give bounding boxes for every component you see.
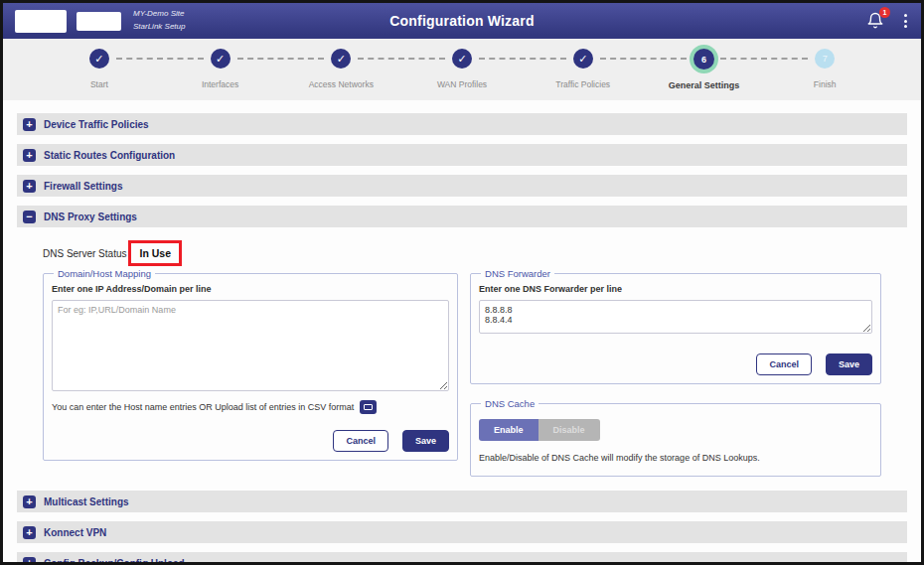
step-label: Start	[90, 79, 108, 89]
step-check-icon: ✓	[211, 49, 231, 69]
collapse-minus-icon[interactable]: −	[23, 211, 36, 223]
accordion-device-traffic-policies[interactable]: + Device Traffic Policies	[17, 113, 907, 135]
dns-server-status-label: DNS Server Status	[43, 248, 126, 259]
site-setup-name: StarLink Setup	[133, 21, 185, 34]
accordion-multicast-settings[interactable]: + Multicast Settings	[17, 491, 907, 512]
step-number: 7	[815, 49, 835, 69]
check-glyph: ✓	[578, 53, 587, 66]
step-check-icon: ✓	[573, 49, 593, 69]
notifications-button[interactable]: 1	[866, 12, 884, 30]
app-window: MY-Demo Site StarLink Setup Configuratio…	[0, 0, 924, 565]
accordion-static-routes-configuration[interactable]: + Static Routes Configuration	[17, 144, 907, 166]
stepper-step-wan-profiles[interactable]: ✓ WAN Profiles	[401, 39, 523, 100]
accordion-label: Device Traffic Policies	[44, 119, 149, 130]
dns-proxy-settings-section: − DNS Proxy Settings DNS Server Status I…	[17, 206, 907, 491]
stepper-step-access-networks[interactable]: ✓ Access Networks	[280, 39, 401, 100]
accordion-label: Firewall Settings	[44, 181, 122, 192]
logo-placeholder-2	[77, 12, 121, 31]
dns-cache-enable-button[interactable]: Enable	[479, 419, 539, 441]
ip-domain-input-label: Enter one IP Address/Domain per line	[52, 284, 449, 294]
step-check-icon: ✓	[331, 49, 351, 69]
site-name: MY-Demo Site	[133, 8, 185, 21]
dns-forwarder-textarea[interactable]: 8.8.8.8 8.8.4.4	[479, 300, 872, 334]
dns-forwarder-cancel-button[interactable]: Cancel	[756, 353, 812, 375]
kebab-menu-icon[interactable]	[902, 12, 909, 30]
csv-upload-note: You can enter the Host name entries OR U…	[52, 402, 354, 412]
expand-plus-icon[interactable]: +	[23, 149, 36, 162]
dns-cache-legend: DNS Cache	[481, 398, 539, 409]
accordion-dns-proxy-settings[interactable]: − DNS Proxy Settings	[17, 206, 907, 227]
expand-plus-icon[interactable]: +	[23, 557, 36, 565]
step-label: Finish	[814, 79, 837, 89]
logo-placeholder-1	[15, 10, 67, 33]
step-label: Traffic Policies	[555, 79, 610, 89]
accordion-firewall-settings[interactable]: + Firewall Settings	[17, 175, 907, 197]
dns-proxy-panel: DNS Server Status In Use Domain/Host Map…	[17, 236, 907, 491]
dns-cache-toggle: Enable Disable	[479, 419, 600, 441]
stepper-step-finish[interactable]: 7 Finish	[764, 39, 885, 100]
domain-mapping-save-button[interactable]: Save	[402, 430, 449, 452]
check-glyph: ✓	[216, 53, 225, 66]
step-label: Access Networks	[309, 79, 374, 89]
accordion-label: Static Routes Configuration	[44, 150, 175, 161]
stepper-step-traffic-policies[interactable]: ✓ Traffic Policies	[523, 39, 644, 100]
expand-plus-icon[interactable]: +	[23, 526, 36, 539]
step-label: WAN Profiles	[437, 79, 487, 89]
domain-host-mapping-textarea[interactable]	[52, 300, 449, 391]
check-glyph: ✓	[94, 53, 103, 66]
accordion-label: DNS Proxy Settings	[44, 212, 137, 222]
stepper-step-start[interactable]: ✓ Start	[39, 39, 160, 100]
accordion-config-backup-upload[interactable]: + Config Backup/Config Upload	[17, 552, 907, 565]
domain-host-mapping-fieldset: Domain/Host Mapping Enter one IP Address…	[43, 268, 458, 461]
step-label: General Settings	[669, 80, 740, 90]
upload-icon	[364, 404, 373, 410]
dns-cache-note: Enable/Disable of DNS Cache will modify …	[479, 453, 872, 463]
csv-upload-button[interactable]	[360, 400, 377, 414]
top-header: MY-Demo Site StarLink Setup Configuratio…	[3, 3, 921, 39]
dns-forwarder-save-button[interactable]: Save	[826, 353, 872, 375]
dns-forwarder-legend: DNS Forwarder	[481, 268, 554, 279]
accordion-label: Multicast Settings	[44, 496, 129, 507]
accordion-konnect-vpn[interactable]: + Konnect VPN	[17, 521, 907, 543]
domain-host-mapping-legend: Domain/Host Mapping	[54, 268, 155, 279]
accordion-label: Config Backup/Config Upload	[44, 558, 185, 565]
step-number: 6	[693, 49, 714, 70]
expand-plus-icon[interactable]: +	[23, 180, 36, 193]
dns-server-status-value-highlighted: In Use	[128, 240, 182, 266]
dns-cache-fieldset: DNS Cache Enable Disable Enable/Disable …	[470, 398, 881, 477]
step-label: Interfaces	[202, 79, 238, 89]
domain-mapping-cancel-button[interactable]: Cancel	[333, 430, 388, 452]
site-info: MY-Demo Site StarLink Setup	[133, 8, 185, 34]
step-check-icon: ✓	[452, 49, 472, 69]
dns-forwarder-input-label: Enter one DNS Forwarder per line	[479, 284, 872, 294]
dns-cache-disable-button[interactable]: Disable	[539, 419, 600, 441]
stepper-step-interfaces[interactable]: ✓ Interfaces	[160, 39, 281, 100]
dns-forwarder-fieldset: DNS Forwarder Enter one DNS Forwarder pe…	[470, 268, 881, 384]
main-content: + Device Traffic Policies + Static Route…	[3, 100, 921, 565]
csv-upload-note-row: You can enter the Host name entries OR U…	[52, 400, 449, 414]
expand-plus-icon[interactable]: +	[23, 118, 36, 131]
dns-server-status-row: DNS Server Status In Use	[43, 240, 881, 266]
wizard-stepper: ✓ Start ✓ Interfaces ✓ Access Networks ✓…	[3, 39, 921, 100]
expand-plus-icon[interactable]: +	[23, 495, 36, 508]
accordion-label: Konnect VPN	[44, 527, 106, 538]
notification-badge: 1	[879, 7, 890, 18]
step-check-icon: ✓	[89, 49, 109, 69]
header-actions: 1	[866, 12, 909, 30]
stepper-step-general-settings[interactable]: 6 General Settings	[644, 39, 765, 100]
check-glyph: ✓	[337, 53, 346, 66]
check-glyph: ✓	[457, 53, 466, 66]
